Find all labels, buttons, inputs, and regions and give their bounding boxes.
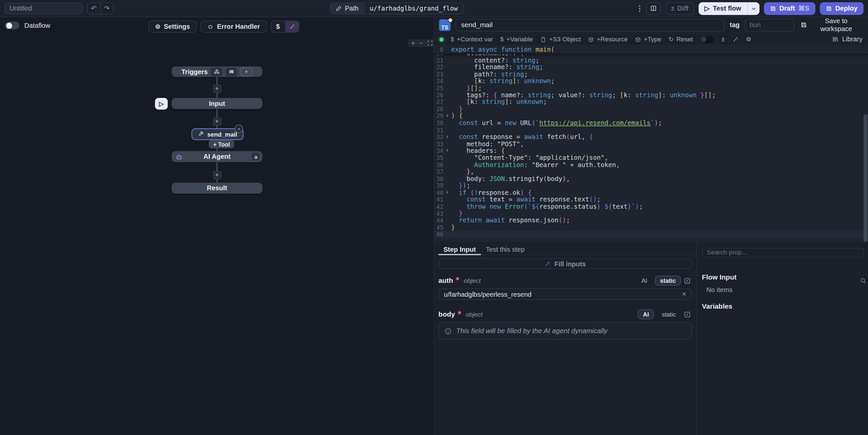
code-line-39[interactable]: 39 }); bbox=[434, 182, 868, 189]
fold-chevron-icon[interactable]: ∨ bbox=[443, 189, 451, 196]
search-icon[interactable] bbox=[860, 277, 867, 284]
kebab-menu-icon[interactable]: ⋮ bbox=[636, 4, 642, 12]
code-line-34[interactable]: 34∨ headers: { bbox=[434, 147, 868, 154]
plus-minus-icon[interactable]: ± bbox=[721, 35, 725, 43]
code-line-30[interactable]: 30 const url = new URL(`https://api.rese… bbox=[434, 119, 868, 126]
email-trigger-icon[interactable]: ✉ bbox=[225, 67, 238, 76]
static-mode-button[interactable]: static bbox=[655, 276, 681, 285]
expand-icon[interactable] bbox=[427, 40, 433, 46]
expression-icon[interactable] bbox=[684, 310, 692, 318]
error-handler-button[interactable]: Error Handler bbox=[200, 21, 267, 33]
code-line-42[interactable]: 42 throw new Error(`${response.status} $… bbox=[434, 203, 868, 210]
code-line-35[interactable]: 35 "Content-Type": "application/json", bbox=[434, 154, 868, 161]
docs-button[interactable] bbox=[646, 2, 661, 14]
code-line-43[interactable]: 43 } bbox=[434, 210, 868, 217]
expression-icon[interactable] bbox=[684, 277, 692, 285]
node-result[interactable]: Result bbox=[172, 183, 262, 193]
fold-chevron-icon[interactable]: ∨ bbox=[443, 113, 451, 119]
dollar-button[interactable]: $ bbox=[271, 21, 285, 32]
save-to-workspace-button[interactable]: Save to workspace bbox=[800, 17, 863, 33]
sticky-line-8[interactable]: 8export async function main( bbox=[434, 46, 555, 53]
fold-chevron-icon[interactable]: ∨ bbox=[443, 133, 451, 140]
flow-title-input[interactable] bbox=[4, 3, 83, 14]
code-line-23[interactable]: 23 path?: string; bbox=[434, 71, 868, 78]
fold-chevron-icon[interactable]: ∨ bbox=[443, 54, 451, 57]
code-line-33[interactable]: 33 method: "POST", bbox=[434, 140, 868, 147]
gear-icon[interactable]: ⚙ bbox=[746, 36, 751, 43]
add-trigger-button[interactable]: + bbox=[240, 67, 252, 76]
diff-button[interactable]: ± Diff bbox=[665, 2, 694, 14]
code-line-38[interactable]: 38 body: JSON.stringify(body), bbox=[434, 175, 868, 182]
code-line-36[interactable]: 36 Authorization: "Bearer " + auth.token… bbox=[434, 161, 868, 168]
node-input[interactable]: Input bbox=[172, 98, 262, 109]
path-chip[interactable]: Path u/farhadglbs/grand_flow bbox=[330, 2, 464, 14]
test-flow-dropdown-button[interactable] bbox=[747, 2, 760, 14]
status-dot bbox=[439, 37, 443, 41]
auth-value-input[interactable]: u/farhadglbs/peerless_resend ✕ bbox=[438, 288, 692, 300]
run-input-button[interactable]: ▷ bbox=[155, 98, 167, 110]
code-line-46[interactable]: 46 bbox=[434, 231, 868, 238]
ai-mode-button[interactable]: AI bbox=[637, 276, 652, 285]
insert-step-button[interactable]: + bbox=[213, 85, 221, 93]
toolbar--context-var[interactable]: $+Context var bbox=[451, 36, 493, 43]
code-line-29[interactable]: 29∨) { bbox=[434, 113, 868, 119]
test-flow-button[interactable]: ▷ Test flow bbox=[698, 2, 747, 14]
line-number: 37 bbox=[434, 168, 443, 175]
redo-button[interactable]: ↷ bbox=[100, 3, 113, 13]
code-line-27[interactable]: 27 [k: string]: unknown; bbox=[434, 99, 868, 105]
line-number: 38 bbox=[434, 175, 443, 182]
save-icon bbox=[770, 5, 776, 11]
zoom-in-button[interactable]: + bbox=[411, 40, 415, 46]
undo-button[interactable]: ↶ bbox=[87, 3, 100, 13]
insert-step-button[interactable]: + bbox=[213, 118, 221, 126]
code-line-44[interactable]: 44 return await response.json(); bbox=[434, 217, 868, 224]
fold-chevron-icon[interactable]: ∨ bbox=[443, 147, 451, 154]
remove-tool-button[interactable]: × bbox=[235, 124, 243, 133]
ai-wand-button[interactable] bbox=[285, 21, 299, 32]
code-line-28[interactable]: 28 } bbox=[434, 105, 868, 113]
fill-inputs-button[interactable]: Fill inputs bbox=[438, 258, 692, 269]
code-line-31[interactable]: 31 bbox=[434, 126, 868, 133]
webhook-icon[interactable] bbox=[211, 67, 223, 76]
node-ai-agent[interactable]: AI Agent bbox=[172, 151, 262, 162]
settings-button[interactable]: ⚙ Settings bbox=[148, 21, 196, 33]
step-name-input[interactable] bbox=[456, 19, 725, 31]
code-line-41[interactable]: 41 const text = await response.text(); bbox=[434, 196, 868, 203]
tab-step-input[interactable]: Step Input bbox=[438, 242, 481, 254]
deploy-button[interactable]: Deploy bbox=[820, 2, 863, 14]
library-button[interactable]: Library bbox=[832, 35, 862, 43]
code-line-37[interactable]: 37 }, bbox=[434, 168, 868, 175]
toolbar--type[interactable]: +Type bbox=[635, 36, 661, 43]
prop-search-input[interactable] bbox=[702, 248, 863, 257]
draft-button[interactable]: Draft ⌘S bbox=[764, 2, 815, 14]
code-line-32[interactable]: 32∨ const response = await fetch(url, { bbox=[434, 133, 868, 140]
code-line-24[interactable]: 24 [k: string]: unknown; bbox=[434, 78, 868, 85]
book-icon bbox=[650, 5, 657, 12]
toolbar--s3-object[interactable]: +S3 Object bbox=[540, 36, 581, 43]
add-tool-button[interactable]: + Tool bbox=[209, 140, 235, 148]
editor-toggle[interactable] bbox=[700, 36, 714, 43]
code-line-25[interactable]: 25 }[]; bbox=[434, 85, 868, 92]
toolbar--variable[interactable]: $+Variable bbox=[500, 36, 533, 43]
toolbar-reset[interactable]: ↻Reset bbox=[669, 36, 693, 43]
clear-icon[interactable]: ✕ bbox=[682, 291, 686, 297]
ai-wand-icon[interactable] bbox=[732, 36, 739, 43]
code-line-26[interactable]: 26 tags?: { name?: string; value?: strin… bbox=[434, 92, 868, 99]
editor-scrollbar[interactable] bbox=[864, 115, 868, 242]
line-number: 22 bbox=[434, 64, 443, 71]
editor-header: TS tag Save to workspace bbox=[434, 17, 868, 33]
code-line-22[interactable]: 22 filename?: string; bbox=[434, 64, 868, 71]
code-line-40[interactable]: 40∨ if (!response.ok) { bbox=[434, 189, 868, 196]
zoom-out-button[interactable]: − bbox=[419, 40, 423, 46]
static-mode-button[interactable]: static bbox=[656, 309, 681, 319]
code-editor[interactable]: 8export async function main( 20∨ attachm… bbox=[434, 46, 868, 242]
code-line-21[interactable]: 21 content?: string; bbox=[434, 57, 868, 64]
toolbar--resource[interactable]: +Resource bbox=[588, 36, 628, 43]
tag-input[interactable] bbox=[745, 19, 795, 31]
node-triggers[interactable]: Triggers ✉ + bbox=[172, 66, 262, 77]
tab-test-this-step[interactable]: Test this step bbox=[481, 242, 529, 254]
code-line-45[interactable]: 45} bbox=[434, 224, 868, 231]
insert-step-button[interactable]: + bbox=[213, 171, 221, 179]
dataflow-toggle[interactable] bbox=[5, 22, 19, 29]
ai-mode-button[interactable]: AI bbox=[638, 309, 654, 319]
